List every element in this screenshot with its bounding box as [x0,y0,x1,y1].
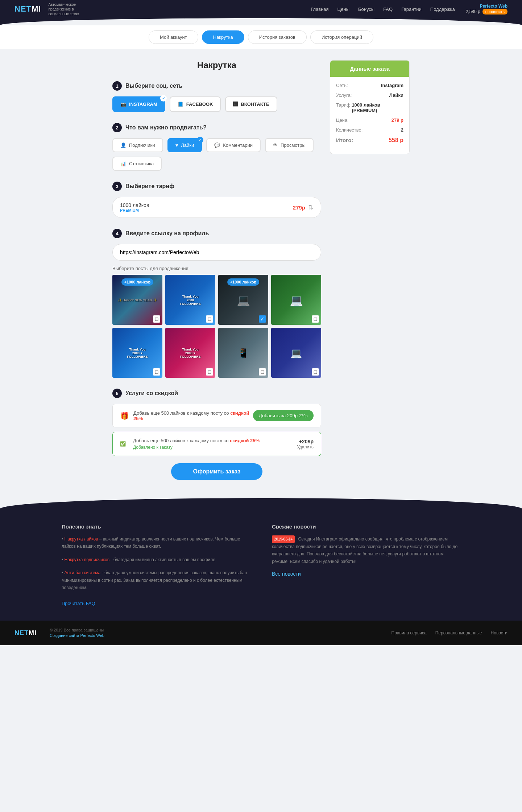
nav-guarantees[interactable]: Гарантии [401,7,422,12]
footer-link-news[interactable]: Новости [491,630,508,635]
post-item-1[interactable]: ✨ HAPPY NEW YEAR ✨ +1000 лайков □ [112,275,162,325]
footer-copy: © 2019 Все права защищены [50,628,104,632]
post-check-6[interactable]: □ [206,368,213,376]
step3-label: Выберите тариф [125,183,174,190]
order-row-price: Цена 279 р [336,117,403,123]
discount-text-2: Добавь еще 500 лайков к каждому посту со… [133,438,260,443]
service-likes[interactable]: ♥ Лайки ✓ [167,138,202,152]
post-item-4[interactable]: 💻 □ [271,275,321,325]
step1-label: Выберите соц. сеть [125,83,182,89]
useful-item-3: • Анти-бан система - благодаря умной сис… [62,569,250,591]
post-check-2[interactable]: □ [206,315,213,323]
service-views[interactable]: 👁 Просмотры [265,138,314,152]
discount-card-1: 🎁 Добавь еще 500 лайков к каждому посту … [112,404,321,427]
social-vkontakte[interactable]: 🅰 ВКОНТАКТЕ [225,96,277,112]
nav-prices[interactable]: Цены [337,7,349,12]
footer-useful: Полезно знать • Накрутка лайков – важный… [62,523,250,606]
post-check-5[interactable]: □ [153,368,160,376]
useful-link-3[interactable]: Анти-бан система [65,570,101,575]
added-price-2: +209р [299,439,314,444]
step2-label: Что вам нужно продвигать? [125,124,207,131]
order-row-qty: Количество: 2 [336,127,403,133]
discount-text-wrap-2: Добавь еще 500 лайков к каждому посту со… [133,438,260,450]
page-title: Накрутка [112,60,321,70]
post-item-6[interactable]: Thank You2000 ♥FOLLOWERS □ [165,328,215,378]
discount-left-1: 🎁 Добавь еще 500 лайков к каждому посту … [120,410,253,421]
post-check-8[interactable]: □ [312,368,319,376]
topup-button[interactable]: пополнить [482,9,508,14]
step1-header: 1 Выберите соц. сеть [112,81,321,91]
discount-left-2: ✅ Добавь еще 500 лайков к каждому посту … [120,438,260,450]
social-instagram[interactable]: 📷 INSTAGRAM ✓ [112,96,165,112]
post-check-1[interactable]: □ [153,315,160,323]
step1-section: 1 Выберите соц. сеть 📷 INSTAGRAM ✓ 📘 FAC… [112,81,321,112]
tabs-bar: Мой аккаунт Накрутка История заказов Ист… [0,25,522,49]
post-badge-1: +1000 лайков [121,278,154,286]
total-label: Итого: [336,137,353,144]
read-faq-link[interactable]: Прочитать FAQ [62,601,95,606]
nav-home[interactable]: Главная [311,7,328,12]
service-value: Лайки [389,92,403,98]
profile-url-input[interactable] [112,244,321,261]
price-label: Цена [336,117,347,123]
tab-nakrutka[interactable]: Накрутка [202,30,244,44]
sidebar: Данные заказа Сеть: Instagram Услуга: Ла… [330,60,410,487]
post-check-4[interactable]: □ [312,315,319,323]
post-item-2[interactable]: Thank You2000FOLLOWERS □ [165,275,215,325]
main-nav: Главная Цены Бонусы FAQ Гарантии Поддерж… [311,7,455,12]
step3-section: 3 Выберите тариф 1000 лайков PREMIUM 279… [112,182,321,218]
order-button-wrap: Оформить заказ [112,463,321,480]
subscribers-label: Подписчики [129,142,155,148]
order-card: Данные заказа Сеть: Instagram Услуга: Ла… [330,60,410,154]
nav-faq[interactable]: FAQ [383,7,393,12]
username: Perfecto Web [480,4,508,9]
service-label: Услуга: [336,92,352,98]
useful-link-1[interactable]: Накрутка лайков [65,536,98,542]
header-tagline: Автоматическое продвижение в социальных … [48,2,92,16]
footer-link-personal[interactable]: Персональные данные [435,630,482,635]
footer-link-rules[interactable]: Правила сервиса [392,630,427,635]
useful-link-2[interactable]: Накрутка подписчиков [65,557,110,562]
facebook-icon: 📘 [178,102,183,107]
post-item-5[interactable]: Thank You2000 ♥FOLLOWERS □ [112,328,162,378]
step4-circle: 4 [112,229,122,238]
tab-operations-history[interactable]: История операций [310,30,373,44]
nav-bonuses[interactable]: Бонусы [358,7,374,12]
discount-text-1: Добавь еще 500 лайков к каждому посту со… [133,410,253,421]
order-row-network: Сеть: Instagram [336,83,403,88]
all-news-link[interactable]: Все новости [272,571,301,577]
service-comments[interactable]: 💬 Комментарии [206,138,261,152]
order-button[interactable]: Оформить заказ [171,463,262,480]
tab-order-history[interactable]: История заказов [248,30,307,44]
add-discount-button-1[interactable]: Добавить за 209р 279р [253,410,314,421]
social-network-grid: 📷 INSTAGRAM ✓ 📘 FACEBOOK 🅰 ВКОНТАКТЕ [112,96,321,112]
tariff-selector[interactable]: 1000 лайков PREMIUM 279р ⇅ [112,197,321,218]
views-icon: 👁 [273,142,278,148]
instagram-check: ✓ [160,95,167,102]
nav-support[interactable]: Поддержка [430,7,455,12]
tariff-price: 279р [293,204,305,211]
post-item-7[interactable]: 📱 □ [218,328,268,378]
remove-link-2[interactable]: Удалить [297,444,314,450]
facebook-label: FACEBOOK [186,102,213,107]
step1-circle: 1 [112,81,122,91]
added-check-icon: ✅ [120,441,126,447]
tariff-label: Тариф: [336,102,352,113]
post-check-7[interactable]: □ [259,368,266,376]
order-card-header: Данные заказа [330,61,409,77]
step4-label: Введите ссылку на профиль [125,230,209,237]
order-row-service: Услуга: Лайки [336,92,403,98]
discount-link-2[interactable]: скидкой 25% [230,438,260,443]
footer-made-by[interactable]: Создание сайта Perfecto Web [50,633,104,638]
tariff-arrows-icon[interactable]: ⇅ [308,203,314,211]
service-subscribers[interactable]: 👤 Подписчики [112,138,163,152]
footer-news: Свежие новости 2019-03-14 Сегодня Инстаг… [272,523,460,606]
social-facebook[interactable]: 📘 FACEBOOK [170,96,221,112]
service-stats[interactable]: 📊 Статистика [112,157,162,171]
post-item-8[interactable]: 💻 □ [271,328,321,378]
post-item-3[interactable]: 💻 +1000 лайков ✓ [218,275,268,325]
tab-my-account[interactable]: Мой аккаунт [149,30,198,44]
step2-header: 2 Что вам нужно продвигать? [112,123,321,132]
post-check-3[interactable]: ✓ [259,315,266,323]
post-badge-3: +1000 лайков [227,278,260,286]
